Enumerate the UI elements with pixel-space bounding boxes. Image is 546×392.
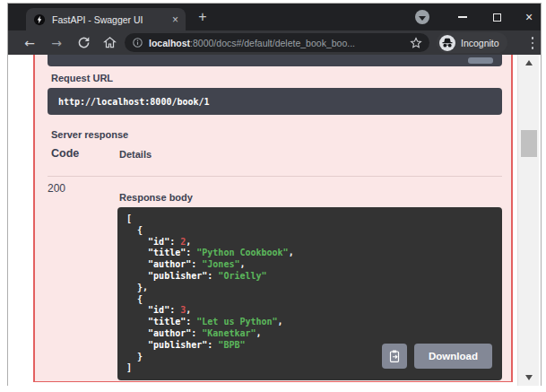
maximize-icon xyxy=(493,13,501,22)
maximize-button[interactable] xyxy=(481,4,512,30)
response-actions: Download xyxy=(382,344,492,369)
details-column-header: Details xyxy=(119,149,152,160)
incognito-label: Incognito xyxy=(461,38,499,48)
menu-dot xyxy=(532,42,534,45)
request-url-label: Request URL xyxy=(51,73,113,83)
swagger-delete-panel: Request URL http://localhost:8000/book/1… xyxy=(33,55,513,382)
incognito-icon xyxy=(439,35,455,51)
reload-icon xyxy=(77,36,91,49)
tab-strip: FastAPI - Swagger UI × + × xyxy=(8,4,541,30)
arrow-up-icon xyxy=(525,60,533,65)
code-column-header: Code xyxy=(51,147,79,160)
request-url-value: http://localhost:8000/book/1 xyxy=(58,97,210,107)
tab-title: FastAPI - Swagger UI xyxy=(52,14,167,25)
incognito-badge: Incognito xyxy=(437,32,507,53)
minimize-button[interactable] xyxy=(447,4,478,30)
close-icon: × xyxy=(525,11,533,23)
url-host: localhost xyxy=(149,38,190,48)
bookmark-star-icon[interactable] xyxy=(410,37,422,49)
tab-search-button[interactable] xyxy=(415,10,429,24)
screenshot-root: FastAPI - Swagger UI × + × ← → xyxy=(0,0,546,392)
browser-window: FastAPI - Swagger UI × + × ← → xyxy=(7,3,542,386)
curl-command-box xyxy=(48,55,502,66)
url-text: localhost:8000/docs#/default/delete_book… xyxy=(149,38,410,48)
menu-dot xyxy=(532,37,534,39)
server-response-label: Server response xyxy=(51,129,128,140)
url-path: :8000/docs#/default/delete_book_boo... xyxy=(190,38,355,48)
arrow-down-icon xyxy=(525,375,533,380)
reload-button[interactable] xyxy=(73,30,94,55)
response-body-box: [ { "id": 2, "title": "Python Cookbook",… xyxy=(117,207,502,380)
copy-to-clipboard-button[interactable] xyxy=(382,344,407,369)
browser-toolbar: ← → localhost:8000/docs#/defaul xyxy=(8,30,541,55)
home-button[interactable] xyxy=(99,30,120,55)
scroll-up-button[interactable] xyxy=(518,57,539,69)
curl-scrollbar-thumb[interactable] xyxy=(468,57,493,64)
request-url-box: http://localhost:8000/book/1 xyxy=(48,88,502,115)
clipboard-icon xyxy=(387,349,402,363)
page-scrollbar[interactable] xyxy=(517,55,539,386)
status-code: 200 xyxy=(48,182,65,195)
minimize-icon xyxy=(458,16,467,17)
page-content: Request URL http://localhost:8000/book/1… xyxy=(8,55,541,386)
back-button[interactable]: ← xyxy=(19,30,40,55)
site-info-icon[interactable] xyxy=(132,37,143,48)
tab-close-icon[interactable]: × xyxy=(172,14,178,25)
response-body-label: Response body xyxy=(119,192,193,203)
url-bar[interactable]: localhost:8000/docs#/default/delete_book… xyxy=(125,33,429,52)
window-close-button[interactable]: × xyxy=(514,4,544,30)
scrollbar-thumb[interactable] xyxy=(521,130,537,157)
new-tab-button[interactable]: + xyxy=(195,9,211,25)
menu-dot xyxy=(532,47,534,49)
browser-menu-button[interactable] xyxy=(526,36,539,50)
browser-tab[interactable]: FastAPI - Swagger UI × xyxy=(26,8,186,30)
chevron-down-icon xyxy=(419,16,426,21)
download-button[interactable]: Download xyxy=(414,344,492,369)
home-icon xyxy=(103,36,117,49)
fastapi-favicon-icon xyxy=(33,13,46,26)
forward-button[interactable]: → xyxy=(46,30,67,55)
table-divider xyxy=(48,176,502,177)
scroll-down-button[interactable] xyxy=(518,371,539,384)
